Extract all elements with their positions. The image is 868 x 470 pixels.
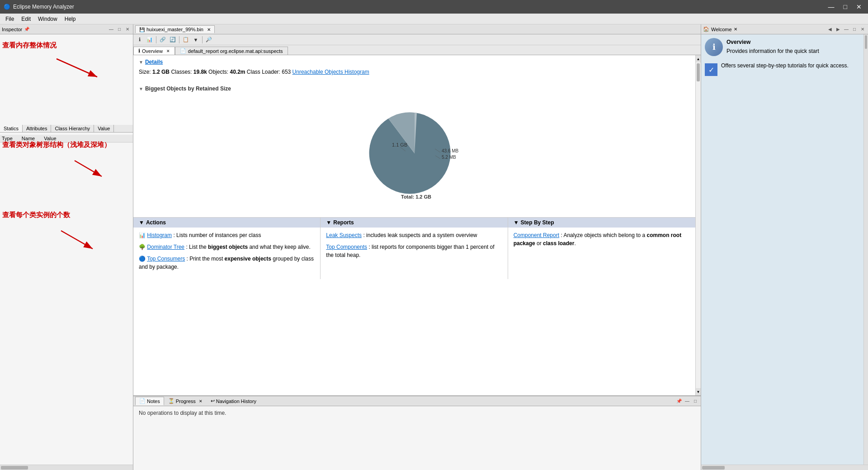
toolbar-sep-1	[156, 36, 156, 43]
inspector-minimize-icon[interactable]: —	[108, 26, 115, 33]
bottom-tab-nav-history[interactable]: ↩ Navigation History	[207, 397, 260, 405]
details-toggle[interactable]: ▼	[139, 60, 143, 65]
annotation-text-1: 查看内存整体情况	[2, 41, 93, 50]
welcome-scrollbar[interactable]	[863, 34, 868, 465]
menu-window[interactable]: Window	[34, 15, 61, 23]
scroll-up-btn[interactable]: ▲	[696, 55, 701, 62]
inspector-scrollbar[interactable]	[0, 465, 133, 470]
tab-class-hierarchy[interactable]: Class Hierarchy	[51, 125, 94, 132]
action-histogram: 📊 Histogram : Lists number of instances …	[139, 231, 315, 239]
welcome-subtitle-1: Overview	[726, 38, 819, 46]
welcome-content: ℹ Overview Provides information for the …	[701, 34, 863, 465]
welcome-minimize[interactable]: —	[843, 26, 850, 33]
actions-toggle[interactable]: ▼	[139, 219, 144, 226]
annotation-arrow-1	[2, 50, 93, 86]
consumers-link[interactable]: Top Consumers	[147, 256, 185, 262]
annotation-3: 查看每个类实例的个数	[2, 211, 93, 257]
toolbar-link-btn[interactable]: 🔗	[158, 35, 167, 44]
topcomp-link[interactable]: Top Components	[326, 244, 367, 250]
tab-default-report[interactable]: 📄 default_report org.eclipse.mat.api:sus…	[175, 47, 288, 55]
bottom-maximize-btn[interactable]: □	[692, 398, 699, 405]
file-tab-name: huixuexi_master_99%.bin	[146, 27, 203, 32]
classes-value: 19.8k	[193, 69, 207, 75]
classes-label: Classes:	[171, 69, 193, 75]
main-scrollbar-v[interactable]: ▲ ▼	[695, 55, 701, 395]
progress-close[interactable]: ✕	[199, 399, 203, 404]
consumers-icon: 🔵	[139, 256, 146, 262]
minimize-button[interactable]: —	[826, 2, 837, 11]
inspector-close-icon[interactable]: ✕	[124, 26, 131, 33]
menu-help[interactable]: Help	[61, 15, 80, 23]
unreachable-link[interactable]: Unreachable Objects Histogram	[292, 69, 369, 75]
toolbar-refresh-btn[interactable]: 🔄	[168, 35, 177, 44]
welcome-desc-1: Provides information for the quick start	[726, 47, 819, 55]
title-bar-controls: — □ ✕	[826, 2, 864, 11]
actions-header-label: Actions	[146, 219, 166, 226]
toolbar-chart-btn[interactable]: 📊	[145, 35, 154, 44]
bottom-tab-progress[interactable]: ⏳ Progress ✕	[164, 397, 207, 405]
content-with-scrollbar: ▼ Details Size: 1.2 GB Classes: 19.8k Ob…	[133, 55, 701, 395]
details-text: Size: 1.2 GB Classes: 19.8k Objects: 40.…	[139, 68, 690, 76]
close-button[interactable]: ✕	[854, 2, 864, 11]
overview-tab-close[interactable]: ✕	[166, 49, 170, 53]
histogram-link[interactable]: Histogram	[147, 232, 172, 238]
svg-line-1	[57, 59, 97, 77]
annotation-text-3: 查看每个类实例的个数	[2, 211, 93, 219]
file-tab[interactable]: 💾 huixuexi_master_99%.bin ✕	[135, 25, 215, 33]
biggest-objects-header: ▼ Biggest Objects by Retained Size	[139, 85, 690, 92]
objects-value: 40.2m	[230, 69, 245, 75]
nav-history-icon: ↩	[211, 398, 215, 404]
menu-edit[interactable]: Edit	[18, 15, 34, 23]
file-tab-close[interactable]: ✕	[207, 27, 211, 32]
bottom-content: No operations to display at this time.	[133, 406, 701, 470]
bottom-minimize-btn[interactable]: —	[684, 398, 691, 405]
dominator-link[interactable]: Dominator Tree	[147, 244, 184, 250]
bottom-tab-notes[interactable]: 📄 Notes	[135, 397, 164, 405]
welcome-scrollbar-h[interactable]	[701, 465, 868, 470]
stepbystep-toggle[interactable]: ▼	[514, 219, 519, 226]
inspector-panel: Inspector 📌 — □ ✕ 查看内存整体情况 S	[0, 24, 133, 470]
svg-text:43.6 MB: 43.6 MB	[442, 148, 459, 153]
toolbar-dropdown-btn[interactable]: ▼	[191, 35, 200, 44]
reports-header-label: Reports	[333, 219, 354, 226]
scroll-down-btn[interactable]: ▼	[696, 388, 701, 395]
toolbar-search-btn[interactable]: 🔎	[204, 35, 213, 44]
svg-line-3	[75, 161, 102, 176]
toolbar-info-btn[interactable]: ℹ	[135, 35, 144, 44]
scroll-track-v	[696, 62, 701, 388]
inspector-maximize-icon[interactable]: □	[116, 26, 123, 33]
welcome-text-1: Overview Provides information for the qu…	[726, 38, 819, 55]
welcome-nav-back[interactable]: ◀	[826, 26, 834, 33]
leak-link[interactable]: Leak Suspects	[326, 232, 362, 238]
maximize-button[interactable]: □	[841, 2, 850, 11]
center-area: 💾 huixuexi_master_99%.bin ✕ ℹ 📊 🔗 🔄 📋 ▼ …	[133, 24, 701, 470]
welcome-content-wrapper: ℹ Overview Provides information for the …	[701, 34, 868, 465]
details-header: ▼ Details	[139, 59, 690, 65]
biggest-toggle[interactable]: ▼	[139, 86, 143, 91]
pie-chart-svg: 1.1 GB 43.6 MB 5.2 MB Total: 1.2	[347, 104, 482, 203]
stepbystep-header-label: Step By Step	[521, 219, 554, 226]
tab-attributes[interactable]: Attributes	[23, 125, 51, 132]
step-compReport: Component Report : Analyze objects which…	[514, 231, 690, 247]
details-section: ▼ Details Size: 1.2 GB Classes: 19.8k Ob…	[133, 55, 695, 85]
circle-icon-inner: ℹ	[712, 42, 716, 52]
overview-tabs: ℹ Overview ✕ 📄 default_report org.eclips…	[133, 45, 701, 55]
reports-toggle[interactable]: ▼	[326, 219, 331, 226]
welcome-close[interactable]: ✕	[859, 26, 866, 33]
tab-overview[interactable]: ℹ Overview ✕	[133, 47, 175, 55]
welcome-icon: 🏠	[703, 26, 709, 32]
file-tab-icon: 💾	[139, 27, 145, 32]
welcome-nav-fwd[interactable]: ▶	[835, 26, 842, 33]
actions-column: ▼ Actions 📊 Histogram : Lists number of …	[133, 218, 321, 279]
welcome-maximize[interactable]: □	[851, 26, 858, 33]
tab-value[interactable]: Value	[94, 125, 114, 132]
welcome-scroll-thumb-h	[702, 466, 725, 470]
toolbar: ℹ 📊 🔗 🔄 📋 ▼ 🔎	[133, 34, 701, 45]
comp-report-link[interactable]: Component Report	[514, 232, 559, 238]
menu-file[interactable]: File	[2, 15, 18, 23]
objects-label: Objects:	[208, 69, 230, 75]
tab-statics[interactable]: Statics	[0, 125, 23, 132]
app-icon: 🔵	[4, 4, 10, 10]
bottom-pin-btn[interactable]: 📌	[675, 398, 683, 405]
toolbar-copy-btn[interactable]: 📋	[181, 35, 190, 44]
